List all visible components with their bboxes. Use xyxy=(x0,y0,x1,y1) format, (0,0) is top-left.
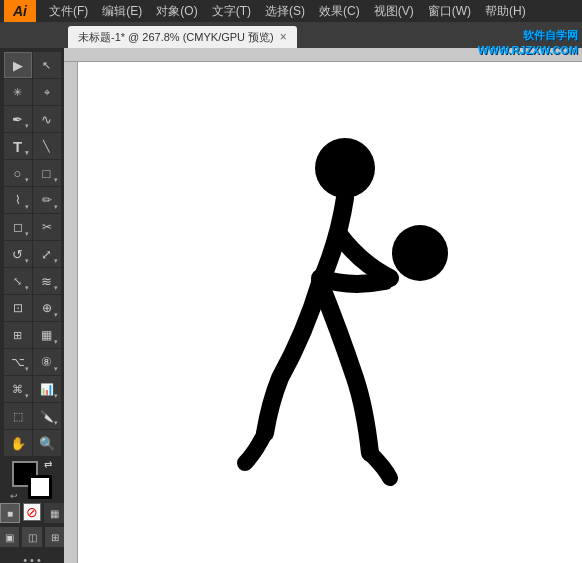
toolbar: ▶ ↖ ✳ ⌖ ✒▾ ∿ T▾ ╲ ○▾ □▾ ⌇▾ ✏▾ ◻▾ xyxy=(0,48,64,563)
svg-point-1 xyxy=(392,225,448,281)
warp-tool[interactable]: ≋▾ xyxy=(33,268,61,294)
tool-row-11: ⊞ ▦▾ xyxy=(4,322,61,348)
tab-close-button[interactable]: × xyxy=(280,31,287,43)
vertical-ruler xyxy=(64,62,78,563)
document-tab[interactable]: 未标题-1* @ 267.8% (CMYK/GPU 预览) × xyxy=(68,26,297,48)
menu-edit[interactable]: 编辑(E) xyxy=(95,1,149,22)
slice-tool[interactable]: 🔪▾ xyxy=(33,403,61,429)
stroke-fill-row: ▣ ◫ ⊞ xyxy=(0,527,65,547)
tool-row-2: ✳ ⌖ xyxy=(4,79,61,105)
watermark-line1: 软件自学网 xyxy=(478,28,578,43)
pencil-tool[interactable]: ✏▾ xyxy=(33,187,61,213)
reset-colors-icon[interactable]: ↩ xyxy=(10,491,18,501)
artboard[interactable] xyxy=(78,62,582,563)
zoom-tool[interactable]: 🔍 xyxy=(33,430,61,456)
canvas-body xyxy=(64,62,582,563)
tool-row-5: ○▾ □▾ xyxy=(4,160,61,186)
tool-row-6: ⌇▾ ✏▾ xyxy=(4,187,61,213)
menu-file[interactable]: 文件(F) xyxy=(42,1,95,22)
artboard-tool[interactable]: ⬚ xyxy=(4,403,32,429)
graph-tool[interactable]: 📊▾ xyxy=(33,376,61,402)
eyedropper-tool[interactable]: ⌥▾ xyxy=(4,349,32,375)
fill-mode-icons: ■ ⊘ ▦ xyxy=(0,503,64,523)
fill-selector[interactable]: ▣ xyxy=(0,527,19,547)
ellipse-tool[interactable]: ○▾ xyxy=(4,160,32,186)
color-squares: ⇄ ↩ xyxy=(12,461,52,499)
menu-bar: Ai 文件(F) 编辑(E) 对象(O) 文字(T) 选择(S) 效果(C) 视… xyxy=(0,0,582,22)
selection-tool[interactable]: ▶ xyxy=(4,52,32,78)
tool-row-8: ↺▾ ⤢▾ xyxy=(4,241,61,267)
type-tool[interactable]: T▾ xyxy=(4,133,32,159)
tool-row-10: ⊡ ⊕▾ xyxy=(4,295,61,321)
menu-select[interactable]: 选择(S) xyxy=(258,1,312,22)
rotate-tool[interactable]: ↺▾ xyxy=(4,241,32,267)
tool-row-9: ⤡▾ ≋▾ xyxy=(4,268,61,294)
menu-help[interactable]: 帮助(H) xyxy=(478,1,533,22)
tool-row-1: ▶ ↖ xyxy=(4,52,61,78)
menu-view[interactable]: 视图(V) xyxy=(367,1,421,22)
tool-row-12: ⌥▾ ⑧▾ xyxy=(4,349,61,375)
paintbrush-tool[interactable]: ⌇▾ xyxy=(4,187,32,213)
scissors-tool[interactable]: ✂ xyxy=(33,214,61,240)
tool-row-13: ⌘▾ 📊▾ xyxy=(4,376,61,402)
shape-builder-tool[interactable]: ⊕▾ xyxy=(33,295,61,321)
chart-tool[interactable]: ▦▾ xyxy=(33,322,61,348)
tool-row-3: ✒▾ ∿ xyxy=(4,106,61,132)
main-area: ▶ ↖ ✳ ⌖ ✒▾ ∿ T▾ ╲ ○▾ □▾ ⌇▾ ✏▾ ◻▾ xyxy=(0,48,582,563)
tool-row-15: ✋ 🔍 xyxy=(4,430,61,456)
figure-artwork xyxy=(190,123,470,503)
watermark-line2: WWW.RJZXW.COM xyxy=(478,43,578,58)
hand-tool[interactable]: ✋ xyxy=(4,430,32,456)
color-section: ⇄ ↩ ■ ⊘ ▦ ▣ ◫ ⊞ xyxy=(0,457,64,551)
tool-row-4: T▾ ╲ xyxy=(4,133,61,159)
lasso-tool[interactable]: ⌖ xyxy=(33,79,61,105)
magic-wand-tool[interactable]: ✳ xyxy=(4,79,32,105)
canvas-area xyxy=(64,48,582,563)
rectangle-tool[interactable]: □▾ xyxy=(33,160,61,186)
touch-type-tool[interactable]: ╲ xyxy=(33,133,61,159)
stroke-color-box[interactable] xyxy=(28,475,52,499)
perspective-tool[interactable]: ⊞ xyxy=(4,322,32,348)
menu-window[interactable]: 窗口(W) xyxy=(421,1,478,22)
free-transform-tool[interactable]: ⊡ xyxy=(4,295,32,321)
tool-row-7: ◻▾ ✂ xyxy=(4,214,61,240)
appearance-button[interactable]: ⊞ xyxy=(45,527,65,547)
menu-type[interactable]: 文字(T) xyxy=(205,1,258,22)
blend-tool[interactable]: ⑧▾ xyxy=(33,349,61,375)
scale-tool[interactable]: ⤡▾ xyxy=(4,268,32,294)
swap-colors-icon[interactable]: ⇄ xyxy=(44,459,52,470)
ai-logo: Ai xyxy=(4,0,36,22)
menu-effect[interactable]: 效果(C) xyxy=(312,1,367,22)
none-fill-button[interactable]: ⊘ xyxy=(23,503,41,521)
color-mode-button[interactable]: ■ xyxy=(0,503,20,523)
pen-tool[interactable]: ✒▾ xyxy=(4,106,32,132)
direct-selection-tool[interactable]: ↖ xyxy=(33,52,61,78)
eraser-tool[interactable]: ◻▾ xyxy=(4,214,32,240)
symbol-tool[interactable]: ⌘▾ xyxy=(4,376,32,402)
reflect-tool[interactable]: ⤢▾ xyxy=(33,241,61,267)
watermark: 软件自学网 WWW.RJZXW.COM xyxy=(478,28,578,59)
menu-object[interactable]: 对象(O) xyxy=(149,1,204,22)
gradient-mode-button[interactable]: ▦ xyxy=(44,503,64,523)
stroke-selector[interactable]: ◫ xyxy=(22,527,42,547)
more-tools-button[interactable]: • • • xyxy=(23,552,41,563)
tool-row-14: ⬚ 🔪▾ xyxy=(4,403,61,429)
curvature-tool[interactable]: ∿ xyxy=(33,106,61,132)
tab-title: 未标题-1* @ 267.8% (CMYK/GPU 预览) xyxy=(78,30,274,45)
